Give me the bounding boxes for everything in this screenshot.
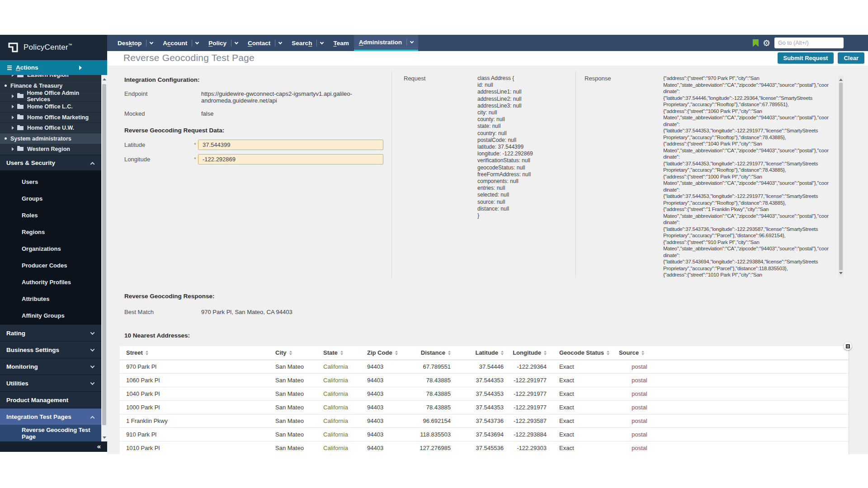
expand-arrow-icon[interactable] [12, 105, 14, 108]
sidebar-section[interactable]: Rating [0, 324, 101, 341]
column-header[interactable]: Street [120, 346, 269, 360]
sidebar-subitem[interactable]: Producer Codes [0, 257, 101, 274]
response-scrollbar[interactable] [838, 75, 844, 277]
chevron-down-icon[interactable] [410, 40, 414, 43]
table-row[interactable]: 1060 Park Pl San Mateo California 94403 … [120, 373, 849, 387]
sort-icon[interactable] [544, 351, 547, 355]
sidebar-scrollbar[interactable] [101, 75, 107, 441]
sidebar-collapse-button[interactable]: « [0, 441, 107, 452]
sort-icon[interactable] [501, 351, 504, 355]
tab-contact[interactable]: Contact [243, 35, 287, 51]
latitude-label: Latitude [124, 141, 194, 148]
request-line: postalCode: null [477, 137, 579, 144]
scrollbar-down-arrow[interactable] [838, 270, 844, 276]
submit-request-button[interactable]: Submit Request [778, 52, 834, 64]
tab-desktop[interactable]: Desktop [113, 35, 158, 51]
sidebar-subitem[interactable]: Organizations [0, 240, 101, 257]
tab-policy[interactable]: Policy [203, 35, 243, 51]
sort-icon[interactable] [395, 351, 398, 355]
table-settings-button[interactable] [844, 342, 852, 350]
column-header[interactable]: Geocode Status [547, 346, 625, 360]
sidebar-subitem-reverse-geocoding[interactable]: Reverse Geocoding Test Page [0, 425, 101, 441]
chevron-down-icon[interactable] [150, 40, 153, 44]
scrollbar-up-arrow[interactable] [838, 77, 844, 82]
tree-item[interactable]: Home Office L.C. [0, 102, 101, 112]
scrollbar-thumb[interactable] [102, 84, 106, 425]
sort-icon[interactable] [642, 351, 644, 355]
cell-state: California [317, 360, 361, 373]
top-navbar: Desktop Account Policy Contact Search Te… [107, 35, 868, 51]
column-header[interactable]: Distance [405, 346, 451, 360]
cell-geocode-status: Exact [547, 427, 625, 441]
request-line: state: null [477, 123, 579, 130]
column-header[interactable]: Latitude [451, 346, 504, 360]
sidebar-subitem[interactable]: Groups [0, 190, 101, 207]
expand-arrow-icon[interactable] [12, 147, 14, 151]
section-label: Utilities [6, 380, 28, 387]
column-header[interactable]: City [269, 346, 317, 360]
sidebar-section[interactable]: Integration Test Pages [0, 408, 101, 425]
sidebar-subitem[interactable]: Roles [0, 207, 101, 224]
table-row[interactable]: 1010 Park Pl San Mateo California 94403 … [120, 441, 849, 454]
scrollbar-thumb[interactable] [839, 83, 843, 270]
chevron-down-icon[interactable] [195, 40, 199, 44]
expand-arrow-icon[interactable] [12, 75, 14, 77]
clear-button[interactable]: Clear [838, 52, 864, 64]
chevron-down-icon[interactable] [278, 40, 282, 44]
table-row[interactable]: 1000 Park Pl San Mateo California 94403 … [120, 400, 849, 414]
panel-divider [392, 71, 392, 278]
actions-menu[interactable]: Actions [0, 60, 107, 75]
column-header[interactable]: Longitude [504, 346, 547, 360]
table-row[interactable]: 1040 Park Pl San Mateo California 94403 … [120, 387, 849, 400]
chevron-down-icon[interactable] [320, 40, 324, 44]
sort-icon[interactable] [607, 351, 609, 355]
tab-account[interactable]: Account [158, 35, 203, 51]
sidebar-section[interactable]: Monitoring [0, 358, 101, 375]
sidebar-subitem[interactable]: Authority Profiles [0, 274, 101, 291]
goto-input[interactable] [774, 38, 844, 48]
column-header[interactable]: Zip Code [361, 346, 405, 360]
sidebar-subitem[interactable]: Attributes [0, 291, 101, 307]
table-row[interactable]: 970 Park Pl San Mateo California 94403 6… [120, 360, 849, 373]
sort-icon[interactable] [448, 351, 451, 355]
tree-item[interactable]: Home Office Admin Services [0, 91, 101, 102]
tab-search[interactable]: Search [287, 35, 328, 51]
tree-item[interactable]: Home Office Marketing [0, 113, 101, 123]
tree-item[interactable]: Western Region [0, 144, 101, 155]
latitude-input[interactable] [198, 140, 383, 150]
tree-item[interactable]: System administrators [0, 133, 101, 144]
sidebar-subitem[interactable]: Users [0, 174, 101, 190]
sidebar-subitem[interactable]: Regions [0, 224, 101, 240]
scrollbar-up-arrow[interactable] [101, 76, 107, 82]
sidebar-subitem[interactable]: Affinity Groups [0, 307, 101, 324]
tree-item[interactable]: Home Office U.W. [0, 123, 101, 133]
tab-administration[interactable]: Administration [354, 35, 418, 51]
response-line: {"latitude":37.54446,"longitude":-122.29… [663, 95, 841, 102]
longitude-input[interactable] [198, 154, 383, 164]
column-header[interactable]: Source [625, 346, 651, 360]
table-row[interactable]: 1 Franklin Pkwy San Mateo California 944… [120, 414, 849, 427]
sort-icon[interactable] [289, 351, 292, 355]
bullet-icon [5, 137, 7, 140]
sort-icon[interactable] [146, 351, 148, 355]
table-row[interactable]: 910 Park Pl San Mateo California 94403 1… [120, 427, 849, 441]
cell-state: California [317, 414, 361, 427]
expand-arrow-icon[interactable] [12, 116, 14, 119]
scrollbar-down-arrow[interactable] [101, 435, 107, 440]
sidebar-section[interactable]: Product Management [0, 391, 101, 408]
expand-arrow-icon[interactable] [12, 94, 14, 98]
tab-team[interactable]: Team [328, 35, 354, 51]
sidebar-section[interactable]: Utilities [0, 375, 101, 391]
column-header[interactable]: State [317, 346, 361, 360]
expand-arrow-icon[interactable] [12, 126, 14, 130]
sort-icon[interactable] [340, 351, 343, 355]
cell-zip: 94403 [361, 387, 405, 400]
chevron-down-icon[interactable] [235, 40, 238, 44]
sidebar-section[interactable]: Business Settings [0, 341, 101, 358]
bookmark-icon[interactable] [753, 39, 759, 47]
tree-item[interactable]: Eastern Region [0, 75, 101, 80]
request-line: } [477, 212, 579, 219]
gear-icon[interactable]: ⚙ [763, 39, 770, 47]
sidebar-section-users-security[interactable]: Users & Security [0, 155, 101, 170]
column-header-label: Longitude [513, 349, 541, 356]
